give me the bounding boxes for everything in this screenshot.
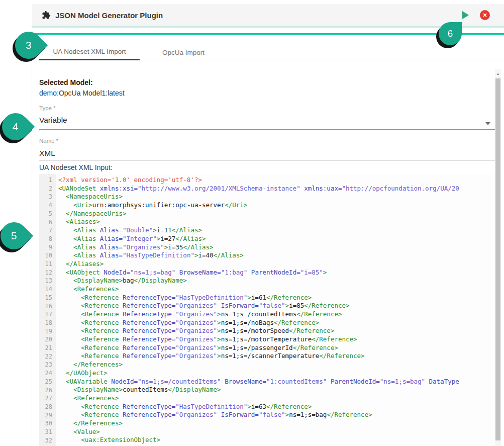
type-field-underline <box>39 129 495 130</box>
callout-number: 4 <box>13 121 19 133</box>
dialog-title: JSON Model Generator Plugin <box>55 11 163 20</box>
code-lines[interactable]: <?xml version='1.0' encoding='utf-8'?><U… <box>56 174 495 446</box>
type-select-value[interactable]: Variable <box>39 116 67 125</box>
type-field-label: Type * <box>39 105 56 111</box>
selected-model-value: demo:OpcUa Model1:latest <box>39 89 125 97</box>
callout-badge-5: 5 <box>1 222 28 249</box>
vertical-scrollbar[interactable]: ▲ <box>495 69 501 446</box>
scrollbar-thumb[interactable] <box>495 78 500 440</box>
callout-badge-4: 4 <box>2 113 29 140</box>
callout-shape: 4 <box>0 108 35 146</box>
name-field-underline <box>39 160 495 160</box>
teal-divider <box>32 33 504 35</box>
panel-left-border <box>32 35 32 446</box>
tab-ua-nodeset-xml-import[interactable]: UA Nodeset XML Import <box>39 44 140 60</box>
name-field-value[interactable]: XML <box>39 149 55 158</box>
tab-opcua-import[interactable]: OpcUa Import <box>146 44 221 60</box>
code-gutter: 1234567891011121314151617181920212223242… <box>39 174 56 446</box>
callout-number: 3 <box>26 39 32 51</box>
callout-shape: 6 <box>439 22 462 45</box>
close-icon[interactable]: ✕ <box>480 10 490 20</box>
dialog-header: JSON Model Generator Plugin ✕ <box>32 4 504 28</box>
puzzle-icon <box>42 11 51 20</box>
callout-number: 5 <box>11 230 17 242</box>
chevron-down-icon[interactable] <box>485 122 490 125</box>
callout-badge-3: 3 <box>15 32 42 59</box>
scroll-up-icon[interactable]: ▲ <box>495 69 501 77</box>
callout-shape: 5 <box>0 217 33 255</box>
callout-number: 6 <box>448 28 453 39</box>
callout-badge-6: 6 <box>439 22 462 45</box>
play-icon[interactable] <box>462 11 469 19</box>
callout-shape: 3 <box>10 26 48 64</box>
name-field-label: Name * <box>39 138 58 144</box>
xml-code-editor[interactable]: 1234567891011121314151617181920212223242… <box>39 174 495 446</box>
selected-model-label: Selected Model: <box>39 78 93 86</box>
xml-input-label: UA Nodeset XML Input: <box>39 163 113 171</box>
tab-bar: UA Nodeset XML Import OpcUa Import <box>32 44 504 60</box>
